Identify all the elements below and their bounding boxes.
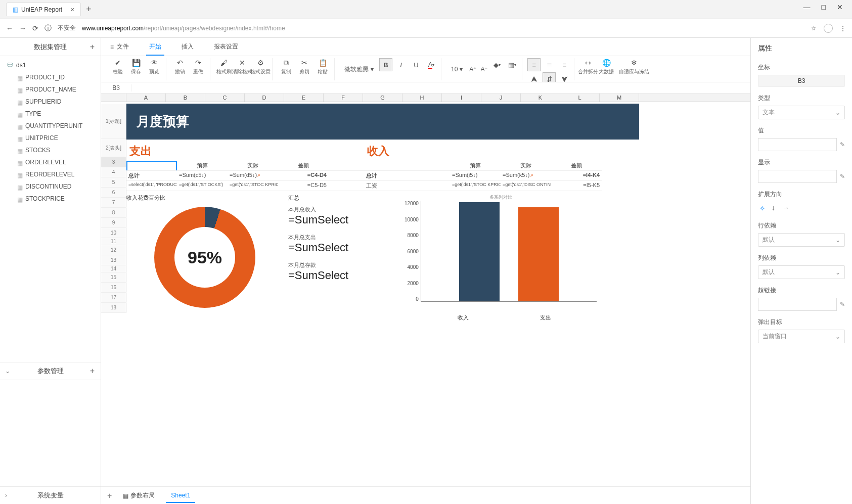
copy-button[interactable]: ⧉复制 [278,58,295,75]
browser-tab[interactable]: ▥ UniEAP Report × [6,3,81,16]
field-item[interactable]: ▦REORDERLEVEL [14,168,97,180]
field-item[interactable]: ▦UNITPRICE [14,132,97,144]
row-header[interactable]: 2[表头] [101,139,126,157]
row-header[interactable]: 9 [101,218,126,228]
menu-tab-report-settings[interactable]: 报表设置 [211,38,241,55]
report-title[interactable]: 月度预算 [126,104,639,140]
expand-down-icon[interactable]: ↓ [772,204,775,212]
font-grow-icon[interactable]: A⁺ [469,66,476,73]
maximize-icon[interactable]: □ [822,3,826,11]
cell-formula[interactable]: =select('ds1', 'PRODUCT_ID') [126,181,177,191]
row-header[interactable]: 1[标题] [101,104,126,139]
param-panel-header[interactable]: ⌄ 参数管理 + [0,362,101,380]
spreadsheet-area[interactable]: ABCDEFGHIJKLM 1[标题] 2[表头] 3 4 5 6 7 8 9 … [101,94,750,486]
cell-formula[interactable]: =I4-K4 [551,171,602,181]
col-header[interactable]: M [600,94,639,102]
col-header[interactable]: B [166,94,205,102]
sysvar-panel-header[interactable]: › 系统变量 [0,486,101,504]
font-size-select[interactable]: 10▾ [449,64,465,74]
bar-chart[interactable]: 多系列对比 120001000080006000400020000 收入 [405,194,597,322]
align-right-button[interactable]: ≡ [558,58,571,71]
row-header[interactable]: 13 [101,255,126,265]
link-input[interactable] [758,298,837,311]
edit-icon[interactable]: ✎ [840,141,845,148]
row-header[interactable]: 14 [101,265,126,272]
cell-formula[interactable]: =I5-K5 [551,181,602,191]
underline-button[interactable]: U [410,58,423,71]
cell-reference[interactable]: B3 [101,84,131,91]
col-header[interactable]: D [245,94,284,102]
address-url[interactable]: www.unieapreport.com/report/unieap/pages… [82,25,805,32]
col-header[interactable]: K [521,94,560,102]
add-sheet-button[interactable]: + [107,491,112,500]
save-button[interactable]: 💾保存 [127,58,145,75]
valign-middle-button[interactable]: ⇵ [543,72,556,82]
summary-value[interactable]: =SumSelect [288,269,399,282]
valign-top-button[interactable]: ⮝ [527,72,541,82]
row-header[interactable]: 16 [101,283,126,293]
valign-bottom-button[interactable]: ⮟ [558,72,571,82]
row-header[interactable]: 6 [101,188,126,198]
col-header[interactable]: G [363,94,402,102]
col-diff[interactable]: 差额 [278,161,329,171]
row-header[interactable]: 4 [101,167,126,177]
row-header[interactable]: 12 [101,245,126,255]
cell-formula[interactable]: =get('ds1','ST OCKS') [177,181,228,191]
field-item[interactable]: ▦STOCKS [14,144,97,156]
tab-sheet1[interactable]: Sheet1 [166,489,195,503]
close-tab-icon[interactable]: × [70,6,74,14]
preview-button[interactable]: 👁预览 [146,58,163,75]
col-header[interactable]: H [402,94,442,102]
rowdep-select[interactable]: 默认⌄ [758,233,845,247]
row-header[interactable]: 3 [101,157,126,167]
col-header[interactable]: J [481,94,521,102]
minimize-icon[interactable]: — [803,3,811,11]
redo-button[interactable]: ↷重做 [190,58,207,75]
col-header[interactable]: F [324,94,363,102]
dataset-node[interactable]: ds1 [4,59,97,71]
col-header[interactable]: C [205,94,245,102]
reload-icon[interactable]: ⟳ [32,24,38,32]
col-header[interactable]: E [284,94,324,102]
field-item[interactable]: ▦PRODUCT_NAME [14,83,97,96]
cell-formula[interactable]: =C4-D4 [278,171,329,181]
expand-none-icon[interactable]: ⟡ [760,204,765,212]
profile-icon[interactable] [824,24,833,33]
freeze-button[interactable]: ❄自适应与冻结 [616,58,652,75]
format-settings-button[interactable]: ⚙格式设置 [252,58,269,75]
undo-button[interactable]: ↶撤销 [171,58,189,75]
merge-split-button[interactable]: ⇿合并拆分 [579,58,597,75]
bold-button[interactable]: B [379,58,392,71]
expense-header[interactable]: 支出 [126,142,329,161]
col-header[interactable]: I [442,94,481,102]
validate-button[interactable]: ✔校验 [109,58,126,75]
row-header[interactable]: 7 [101,198,126,208]
col-budget[interactable]: 预算 [177,161,228,171]
edit-icon[interactable]: ✎ [840,301,845,308]
close-window-icon[interactable]: ✕ [837,3,843,11]
field-item[interactable]: ▦ORDERLEVEL [14,156,97,168]
row-header[interactable]: 10 [101,228,126,238]
cell-formula[interactable]: =Sum(d5↓)↗ [228,171,278,181]
summary-value[interactable]: =SumSelect [288,241,399,254]
wage-label[interactable]: 工资 [364,181,450,191]
row-header[interactable]: 17 [101,293,126,303]
new-tab-button[interactable]: + [86,4,92,15]
add-param-button[interactable]: + [90,366,95,376]
donut-chart[interactable]: 收入花费百分比 95% [126,194,283,322]
font-shrink-icon[interactable]: A⁻ [480,66,487,73]
cell-formula[interactable]: =get('ds1','STOC KPRICE') [450,181,501,191]
col-header[interactable]: L [560,94,600,102]
display-input[interactable] [758,170,837,183]
font-color-button[interactable]: A▾ [425,58,438,71]
menu-tab-insert[interactable]: 插入 [178,38,197,55]
field-item[interactable]: ▦TYPE [14,108,97,120]
format-brush-button[interactable]: 🖌格式刷 [215,58,233,75]
coldep-select[interactable]: 默认⌄ [758,265,845,279]
star-icon[interactable]: ☆ [811,25,817,32]
cell-formula[interactable]: =get('ds1','DISC ONTINUED')↗ [501,181,551,191]
expand-right-icon[interactable]: → [782,204,789,212]
col-diff[interactable]: 差额 [551,161,602,171]
summary-value[interactable]: =SumSelect [288,213,399,226]
income-header[interactable]: 收入 [364,142,392,161]
